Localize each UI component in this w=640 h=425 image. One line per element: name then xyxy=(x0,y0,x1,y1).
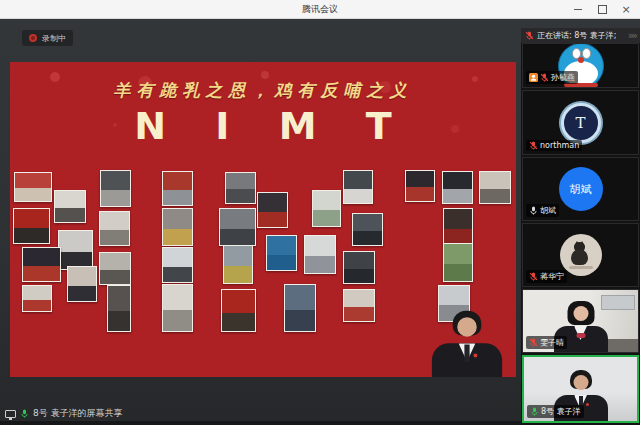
participant-name: northman xyxy=(540,141,579,150)
mic-muted-icon xyxy=(540,73,549,82)
mic-muted-icon xyxy=(529,338,538,347)
collage-photo xyxy=(443,243,473,282)
recording-label: 录制中 xyxy=(42,33,66,44)
collapse-sidebar-icon[interactable]: »» xyxy=(628,31,636,41)
share-info-bar: 8号 袁子洋的屏幕共享 xyxy=(5,407,123,420)
collage-photo xyxy=(343,170,373,204)
collage-photo xyxy=(443,208,473,246)
collage-photo xyxy=(405,170,435,202)
participant-name-tag: 孙毓燕 xyxy=(526,71,578,84)
presenter-cutout xyxy=(428,307,506,377)
minimize-icon xyxy=(574,9,582,10)
bottom-strip xyxy=(0,421,521,425)
mic-icon xyxy=(20,409,29,418)
collage-photo xyxy=(162,247,193,283)
participants-sidebar: 正在讲话: 8号 袁子洋; »» 孙毓燕T northman胡斌 胡斌 蒋华宁 … xyxy=(521,28,640,425)
collage-photo xyxy=(257,192,288,228)
collage-photo xyxy=(22,285,52,312)
collage-photo xyxy=(343,251,375,284)
window-controls: × xyxy=(566,0,638,18)
meeting-app-window: 腾讯会议 × 录制中 羊有跪乳之恩，鸡有反哺之义 N I M T xyxy=(0,0,640,425)
participant-tile[interactable]: 胡斌 胡斌 xyxy=(522,157,639,221)
speaking-mic-icon xyxy=(525,31,534,40)
participant-tile[interactable]: 雯子晴 xyxy=(522,289,639,353)
collage-photo xyxy=(162,208,193,246)
speaking-label: 正在讲话: 8号 袁子洋; xyxy=(537,30,625,41)
participant-name-tag: northman xyxy=(526,140,582,151)
participant-tile[interactable]: T northman xyxy=(522,90,639,155)
collage-photo xyxy=(99,252,131,285)
screen-share-view: 羊有跪乳之恩，鸡有反哺之义 N I M T xyxy=(10,62,516,377)
participant-name-tag: 8号 袁子洋 xyxy=(527,405,584,418)
mic-muted-icon xyxy=(525,31,534,40)
speaking-status-bar: 正在讲话: 8号 袁子洋; »» xyxy=(521,28,640,43)
collage-photo xyxy=(162,171,193,206)
share-audio-mic-icon xyxy=(20,409,29,418)
close-button[interactable]: × xyxy=(614,0,638,18)
participant-name-tag: 蒋华宁 xyxy=(526,270,567,283)
letter-avatar: T xyxy=(561,103,601,143)
collage-photo xyxy=(58,230,93,270)
collage-photo xyxy=(225,172,256,204)
collage-photo xyxy=(107,285,131,332)
collage-photo xyxy=(266,235,297,271)
mic-muted-icon xyxy=(529,272,538,281)
collage-photo xyxy=(312,190,341,227)
minimize-button[interactable] xyxy=(566,0,590,18)
mic-icon xyxy=(529,206,538,215)
collage-photo xyxy=(442,171,473,204)
recording-badge[interactable]: 录制中 xyxy=(22,30,73,46)
maximize-icon xyxy=(598,5,607,14)
collage-photo xyxy=(223,245,253,284)
collage-photo xyxy=(304,235,336,274)
window-title: 腾讯会议 xyxy=(302,3,338,16)
collage-photo xyxy=(13,208,50,244)
collage-photo xyxy=(221,289,256,332)
participant-tile[interactable]: 8号 袁子洋 xyxy=(522,355,639,423)
participant-name-tag: 雯子晴 xyxy=(526,336,567,349)
participant-tile[interactable]: 蒋华宁 xyxy=(522,223,639,287)
recording-dot-icon xyxy=(29,34,37,42)
collage-photo xyxy=(14,172,52,202)
collage-photo xyxy=(343,289,375,322)
collage-photo xyxy=(284,284,316,332)
participant-name: 胡斌 xyxy=(540,205,556,216)
collage-photo xyxy=(67,266,97,302)
participant-name: 8号 袁子洋 xyxy=(541,406,581,417)
collage-photo xyxy=(22,247,61,282)
name-avatar: 胡斌 xyxy=(559,167,603,211)
collage-photo xyxy=(219,208,256,246)
close-icon: × xyxy=(621,4,630,15)
slide-nimt-title: N I M T xyxy=(10,104,516,148)
share-label: 8号 袁子洋的屏幕共享 xyxy=(33,407,123,420)
mic-icon xyxy=(530,407,539,416)
maximize-button[interactable] xyxy=(590,0,614,18)
presenter-suit xyxy=(432,343,502,377)
presenter-face xyxy=(457,317,477,337)
participant-name: 雯子晴 xyxy=(540,337,564,348)
mic-muted-icon xyxy=(529,141,538,150)
collage-photo xyxy=(99,211,130,246)
participant-tile[interactable]: 孙毓燕 xyxy=(522,43,639,88)
collage-photo xyxy=(54,190,86,223)
screen-share-icon xyxy=(5,410,16,418)
window-titlebar: 腾讯会议 × xyxy=(0,0,640,19)
collage-photo xyxy=(100,170,131,207)
collage-photo xyxy=(352,213,383,246)
collage-photo xyxy=(479,171,511,204)
participant-name: 孙毓燕 xyxy=(551,72,575,83)
collage-photo xyxy=(162,284,193,332)
participant-name: 蒋华宁 xyxy=(540,271,564,282)
host-badge-icon xyxy=(529,73,538,82)
presenter-person xyxy=(422,309,513,377)
slide-title-line: 羊有跪乳之恩，鸡有反哺之义 xyxy=(10,79,516,102)
participant-name-tag: 胡斌 xyxy=(526,204,559,217)
